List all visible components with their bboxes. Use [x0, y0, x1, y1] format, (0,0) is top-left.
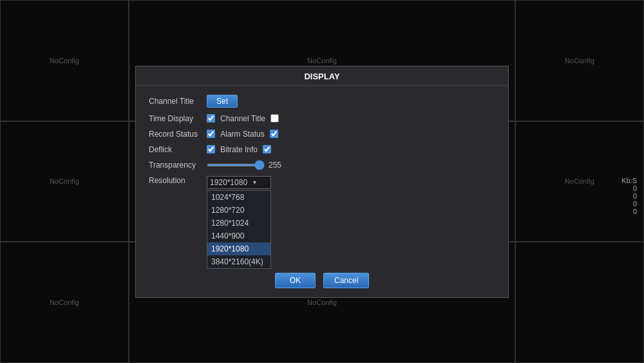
channel-title-check-label: Channel Title [220, 114, 265, 123]
resolution-selected-text: 1920*1080 [210, 178, 247, 187]
resolution-selected-display[interactable]: 1920*1080 ▼ [207, 176, 271, 189]
resolution-dropdown-list: 1024*768 1280*720 1280*1024 1440*900 192… [207, 190, 271, 269]
deflick-controls: Bitrate Info [207, 145, 271, 154]
record-status-checkbox-wrapper [207, 130, 215, 138]
dialog-body: Channel Title Set Time Display Channel T… [136, 86, 508, 257]
bitrate-info-checkbox-wrapper [263, 145, 271, 153]
resolution-select-wrapper: 1920*1080 ▼ 1024*768 1280*720 1280*1024 … [207, 176, 271, 189]
set-button[interactable]: Set [207, 95, 238, 108]
slider-wrapper: 255 [207, 161, 281, 170]
resolution-label: Resolution [149, 176, 207, 185]
dropdown-arrow-icon: ▼ [252, 179, 258, 186]
resolution-option-6[interactable]: 3840*2160(4K) [207, 255, 270, 268]
time-display-checkbox-wrapper [207, 114, 215, 123]
dialog-footer: OK Cancel [136, 273, 508, 288]
time-display-row: Time Display Channel Title [149, 114, 495, 123]
time-display-checkbox[interactable] [207, 114, 215, 123]
record-status-label: Record Status [149, 130, 207, 139]
channel-title-checkbox[interactable] [270, 114, 279, 123]
record-status-row: Record Status Alarm Status [149, 130, 495, 139]
dialog-overlay: DISPLAY Channel Title Set Time Display C… [0, 0, 644, 363]
channel-title-label: Channel Title [149, 97, 207, 106]
resolution-option-1[interactable]: 1024*768 [207, 191, 270, 204]
channel-title-row: Channel Title Set [149, 95, 495, 108]
resolution-option-4[interactable]: 1440*900 [207, 230, 270, 242]
transparency-slider[interactable] [207, 164, 265, 166]
record-status-checkbox[interactable] [207, 130, 215, 138]
cancel-button[interactable]: Cancel [323, 273, 369, 288]
deflick-row: Deflick Bitrate Info [149, 145, 495, 154]
alarm-status-label: Alarm Status [220, 130, 265, 139]
dialog-title: DISPLAY [136, 66, 508, 86]
deflick-checkbox-wrapper [207, 145, 215, 153]
time-display-controls: Channel Title [207, 114, 279, 123]
transparency-row: Transparency 255 [149, 161, 495, 170]
deflick-label: Deflick [149, 145, 207, 154]
resolution-row: Resolution 1920*1080 ▼ 1024*768 1280*720… [149, 176, 495, 212]
alarm-status-checkbox[interactable] [270, 130, 278, 138]
transparency-value: 255 [269, 161, 281, 170]
alarm-status-checkbox-wrapper [270, 130, 278, 138]
display-dialog: DISPLAY Channel Title Set Time Display C… [135, 66, 509, 298]
transparency-label: Transparency [149, 161, 207, 170]
resolution-option-2[interactable]: 1280*720 [207, 204, 270, 217]
ok-button[interactable]: OK [275, 273, 316, 288]
deflick-checkbox[interactable] [207, 145, 215, 153]
bitrate-info-checkbox[interactable] [263, 145, 271, 153]
time-display-label: Time Display [149, 114, 207, 123]
resolution-option-3[interactable]: 1280*1024 [207, 217, 270, 230]
channel-title-checkbox-wrapper [270, 114, 279, 123]
record-status-controls: Alarm Status [207, 130, 278, 139]
bitrate-info-label: Bitrate Info [220, 145, 258, 154]
resolution-option-5[interactable]: 1920*1080 [207, 242, 270, 255]
